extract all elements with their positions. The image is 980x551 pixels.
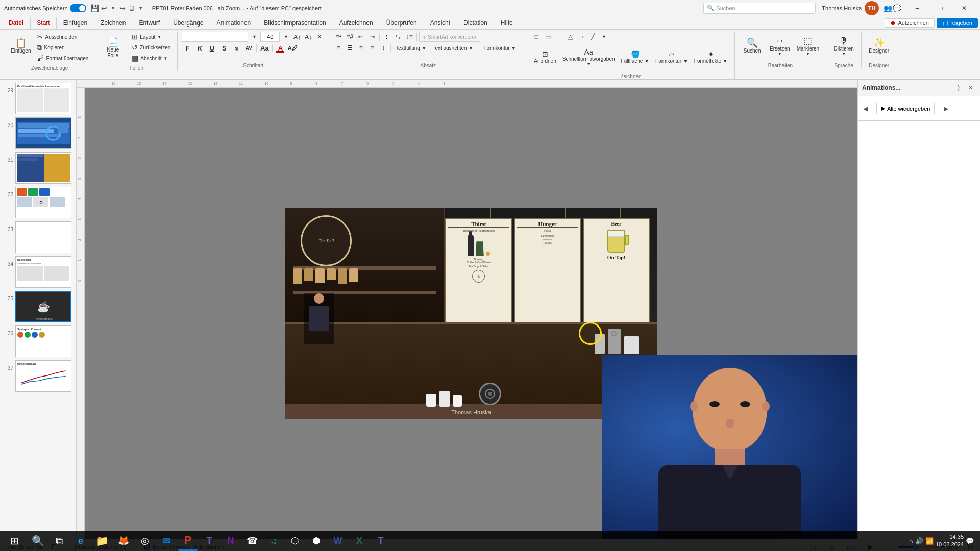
decrease-indent-button[interactable]: ⇤: [356, 32, 366, 42]
columns-button[interactable]: ⫶: [382, 32, 392, 42]
increase-indent-button[interactable]: ⇥: [367, 32, 377, 42]
char-spacing-button[interactable]: AV: [243, 43, 254, 53]
text-effect-button[interactable]: Formkontur ▼: [477, 43, 523, 53]
slide-thumb-33[interactable]: 33: [2, 220, 74, 254]
taskbar-teams[interactable]: T: [199, 531, 219, 551]
search-bar[interactable]: 🔍 Suchen: [703, 3, 816, 14]
font-size-input[interactable]: [260, 32, 280, 42]
maximize-button[interactable]: □: [929, 0, 952, 16]
tab-aufzeichnen[interactable]: Aufzeichnen: [333, 17, 380, 29]
designer-button[interactable]: ✨ Designer: [866, 32, 892, 60]
tray-network[interactable]: 📶: [925, 531, 934, 551]
bullets-button[interactable]: ≡•: [333, 32, 344, 42]
taskbar-excel[interactable]: X: [349, 531, 370, 551]
clear-format-button[interactable]: ✕: [314, 32, 325, 42]
minimize-button[interactable]: –: [905, 0, 929, 16]
text-outline-button[interactable]: Text ausrichten ▼: [430, 43, 476, 53]
copy-button[interactable]: ⧉ Kopieren: [34, 42, 91, 53]
tab-datei[interactable]: Datei: [2, 17, 30, 29]
line-spacing-button[interactable]: ↕: [378, 43, 388, 53]
redo-icon[interactable]: ↪: [118, 4, 127, 13]
paste-button[interactable]: 📋 Einfügen: [8, 32, 33, 60]
font-name-input[interactable]: [182, 32, 248, 42]
taskbar-chrome[interactable]: ◎: [135, 531, 155, 551]
slide-thumb-35[interactable]: 35 ☕ Thomas Hruska: [2, 290, 74, 323]
text-direction-button[interactable]: ⇆: [393, 32, 403, 42]
taskbar-teams2[interactable]: T: [371, 531, 391, 551]
tab-zeichnen[interactable]: Zeichnen: [94, 17, 132, 29]
cut-button[interactable]: ✂ Ausschneiden: [34, 32, 91, 42]
taskbar-explorer[interactable]: 📁: [92, 531, 112, 551]
replace-button[interactable]: ↔ Ersetzen ▼: [767, 32, 793, 60]
dictate-button[interactable]: 🎙 Diktieren ▼: [830, 32, 857, 60]
slide-thumb-34[interactable]: 34 Dashboard Selbstlernkurs Buchstaber: [2, 255, 74, 289]
slide-thumb-30[interactable]: 30: [2, 116, 74, 150]
find-button[interactable]: 🔍 Suchen: [739, 32, 766, 60]
slide-thumb-31[interactable]: 31: [2, 151, 74, 185]
taskbar-onenote[interactable]: N: [220, 531, 241, 551]
smartart-convert-button[interactable]: In SmartArt konvertieren: [419, 32, 480, 42]
undo-dropdown-icon[interactable]: ▼: [109, 4, 118, 13]
autosave-toggle[interactable]: [70, 4, 86, 12]
highlight-color-button[interactable]: A🖊: [287, 43, 298, 53]
play-prev-button[interactable]: ◀: [860, 104, 870, 114]
taskbar-firefox[interactable]: 🦊: [113, 531, 134, 551]
freigeben-button[interactable]: ↑ Freigeben: [937, 18, 978, 28]
tab-animationen[interactable]: Animationen: [210, 17, 258, 29]
tray-notification[interactable]: 💬: [966, 531, 974, 551]
taskbar-phone[interactable]: ☎: [242, 531, 262, 551]
align-text-button[interactable]: ↕≡: [404, 32, 414, 42]
shape-circle[interactable]: ○: [554, 32, 564, 42]
new-slide-button[interactable]: 📄 Neue Folie: [100, 33, 126, 62]
font-name-dropdown[interactable]: ▼: [249, 32, 259, 42]
align-left-button[interactable]: ≡: [333, 43, 344, 53]
italic-button[interactable]: K: [194, 43, 205, 53]
tab-hilfe[interactable]: Hilfe: [494, 17, 520, 29]
tab-ansicht[interactable]: Ansicht: [424, 17, 457, 29]
decrease-font-size-button[interactable]: A↓: [303, 32, 313, 42]
play-next-button[interactable]: ▶: [941, 104, 951, 114]
present-icon[interactable]: 🖥: [127, 4, 136, 13]
select-button[interactable]: ⬚ Markieren ▼: [794, 32, 822, 60]
strikethrough-button[interactable]: S: [218, 43, 230, 53]
slide-thumb-29[interactable]: 29 Dashboard Kennzahle Presentation: [2, 82, 74, 115]
form-effect-button[interactable]: ✦ Formeffekte ▼: [692, 49, 730, 65]
tray-icon-2[interactable]: 🔊: [915, 531, 923, 551]
panel-collapse-button[interactable]: ⟩: [953, 83, 964, 93]
aufzeichnen-button[interactable]: ⏺ Aufzeichnen: [885, 18, 935, 28]
close-button[interactable]: ✕: [952, 0, 976, 16]
slide-thumb-32[interactable]: 32 ⚙: [2, 186, 74, 219]
arrange-button[interactable]: ⊡ Anordnen: [531, 43, 558, 71]
save-icon[interactable]: 💾: [90, 4, 100, 13]
shape-arrow[interactable]: →: [576, 32, 586, 42]
shape-roundrect[interactable]: ▭: [543, 32, 553, 42]
tab-start[interactable]: Start: [30, 17, 56, 29]
share-icon[interactable]: 👥: [883, 4, 892, 13]
panel-close-button[interactable]: ✕: [966, 83, 976, 93]
slide-thumb-36[interactable]: 36 Spielsplan Konzept: [2, 324, 74, 358]
tab-entwurf[interactable]: Entwurf: [132, 17, 166, 29]
align-right-button[interactable]: ≡: [356, 43, 366, 53]
undo-icon[interactable]: ↩: [100, 4, 109, 13]
justify-button[interactable]: ≡: [367, 43, 377, 53]
customize-icon[interactable]: ▼: [136, 4, 145, 13]
taskbar-start[interactable]: ⊞: [2, 531, 27, 551]
shape-triangle[interactable]: △: [565, 32, 575, 42]
form-outline-button[interactable]: ▱ Formkontur ▼: [653, 49, 691, 65]
canvas-area[interactable]: -16 -15 -14 -13 -12 -11 -10 -9 -8 -7 -6 …: [77, 80, 857, 539]
slide-canvas[interactable]: The Bell: [285, 208, 657, 419]
slide-thumb-37[interactable]: 37 Umsatzplanung: [2, 359, 74, 393]
taskbar-taskview[interactable]: ⧉: [49, 531, 69, 551]
align-center-button[interactable]: ☰: [345, 43, 355, 53]
play-all-button[interactable]: ▶ Alle wiedergeben: [876, 103, 935, 114]
shape-rect[interactable]: □: [531, 32, 542, 42]
taskbar-search[interactable]: 🔍: [28, 531, 48, 551]
reset-button[interactable]: ↺ Zurücksetzen: [129, 42, 173, 53]
text-fill-button[interactable]: Textfüllung ▼: [393, 43, 429, 53]
underline-button[interactable]: U: [206, 43, 217, 53]
tray-icon-1[interactable]: ⌂: [909, 531, 913, 551]
font-color-button[interactable]: A: [275, 43, 286, 53]
tab-bildschirmpraesentattion[interactable]: Bildschirmpräsentation: [257, 17, 332, 29]
taskbar-spotify[interactable]: ♫: [263, 531, 284, 551]
case-button[interactable]: Aa: [259, 43, 270, 53]
